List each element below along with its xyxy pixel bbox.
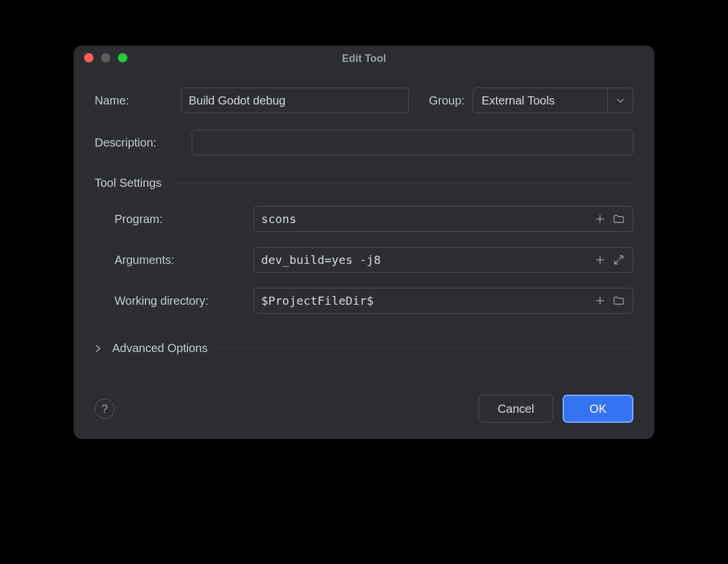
- section-divider: [171, 183, 633, 183]
- dialog-footer: ? Cancel OK: [74, 395, 654, 439]
- help-button[interactable]: ?: [95, 399, 115, 419]
- name-input[interactable]: [181, 88, 409, 113]
- plus-icon: [595, 214, 605, 224]
- description-row: Description:: [95, 130, 633, 155]
- program-label: Program:: [115, 213, 254, 226]
- working-directory-insert-macro-button[interactable]: [591, 291, 609, 310]
- arguments-input[interactable]: [254, 248, 591, 272]
- edit-tool-dialog: Edit Tool Name: Group: External Tools De…: [74, 46, 654, 439]
- close-window-button[interactable]: [84, 53, 93, 62]
- program-row: Program:: [115, 206, 633, 232]
- help-icon: ?: [101, 402, 108, 416]
- description-input[interactable]: [192, 130, 633, 155]
- dialog-content: Name: Group: External Tools Description:…: [74, 71, 654, 395]
- tool-settings-title: Tool Settings: [95, 176, 162, 190]
- program-insert-macro-button[interactable]: [591, 210, 609, 228]
- expand-icon: [613, 255, 624, 265]
- advanced-options-title: Advanced Options: [112, 342, 207, 355]
- arguments-input-group: [254, 247, 633, 273]
- folder-icon: [613, 295, 625, 306]
- minimize-window-button[interactable]: [101, 53, 110, 62]
- working-directory-input-group: [254, 288, 633, 314]
- working-directory-label: Working directory:: [115, 294, 254, 308]
- arguments-expand-button[interactable]: [609, 250, 628, 269]
- zoom-window-button[interactable]: [118, 53, 127, 62]
- group-value: External Tools: [473, 94, 607, 107]
- arguments-insert-macro-button[interactable]: [591, 250, 609, 269]
- program-browse-button[interactable]: [609, 210, 628, 228]
- chevron-down-icon: [616, 96, 625, 105]
- plus-icon: [595, 255, 605, 265]
- group-dropdown-button[interactable]: [607, 88, 633, 113]
- name-label: Name:: [95, 94, 181, 107]
- tool-settings-panel: Program: Arguments:: [95, 206, 633, 314]
- ok-button[interactable]: OK: [563, 395, 633, 423]
- cancel-button[interactable]: Cancel: [479, 395, 553, 423]
- section-divider: [217, 348, 633, 349]
- working-directory-input[interactable]: [254, 288, 591, 313]
- window-title: Edit Tool: [342, 53, 386, 65]
- name-group-row: Name: Group: External Tools: [95, 88, 633, 113]
- plus-icon: [595, 295, 605, 306]
- working-directory-row: Working directory:: [115, 288, 633, 314]
- folder-icon: [613, 214, 625, 224]
- titlebar: Edit Tool: [74, 46, 654, 71]
- description-label: Description:: [95, 136, 181, 149]
- window-controls: [84, 53, 127, 62]
- advanced-options-toggle[interactable]: Advanced Options: [95, 342, 633, 355]
- program-input[interactable]: [254, 207, 591, 231]
- group-combobox[interactable]: External Tools: [473, 88, 633, 113]
- chevron-right-icon: [95, 344, 112, 353]
- tool-settings-header: Tool Settings: [95, 176, 633, 190]
- arguments-row: Arguments:: [115, 247, 633, 273]
- arguments-label: Arguments:: [115, 253, 254, 267]
- working-directory-browse-button[interactable]: [609, 291, 628, 310]
- group-label: Group:: [429, 94, 464, 107]
- program-input-group: [254, 206, 633, 232]
